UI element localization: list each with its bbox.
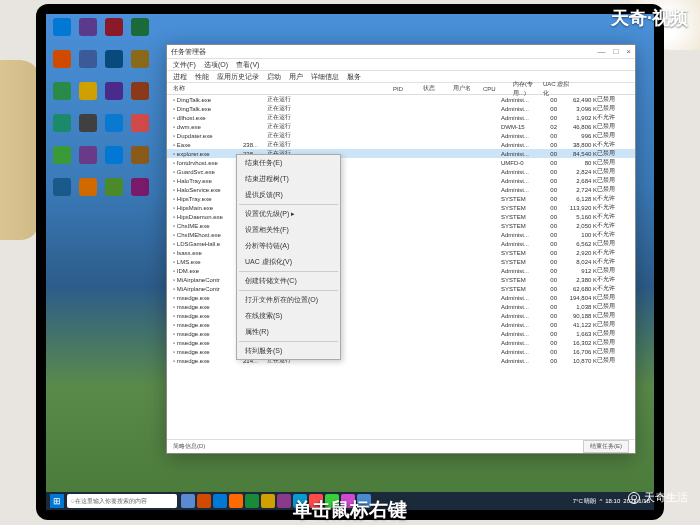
q-logo-icon: Q [628,492,640,504]
desktop-icon[interactable] [102,114,126,144]
start-button[interactable]: ⊞ [50,494,64,508]
context-menu-item[interactable]: 打开文件所在的位置(O) [237,292,340,308]
desktop-icon[interactable] [76,50,100,80]
tray-chevron-icon[interactable]: ^ [599,498,602,504]
video-caption: 单击鼠标右键 [293,497,407,523]
taskbar-app-icon[interactable] [213,494,227,508]
menu-item[interactable]: 查看(V) [236,60,259,70]
tab[interactable]: 详细信息 [311,72,339,82]
taskbar-app-icon[interactable] [261,494,275,508]
status-text[interactable]: 简略信息(D) [173,442,205,451]
maximize-button[interactable]: □ [613,47,618,56]
column-header[interactable]: 用户名 [453,84,483,93]
context-menu-item[interactable]: 创建转储文件(C) [237,273,340,289]
context-menu-item[interactable]: 结束任务(E) [237,155,340,171]
monitor-frame: 任务管理器 — □ × 文件(F)选项(O)查看(V) 进程性能应用历史记录启动… [36,4,664,520]
desktop-icon[interactable] [50,18,74,48]
desktop-icon[interactable] [102,178,126,208]
context-menu-item[interactable]: 分析等待链(A) [237,238,340,254]
context-menu[interactable]: 结束任务(E)结束进程树(T)提供反馈(R)设置优先级(P) ▸设置相关性(F)… [236,154,341,360]
desktop-icon[interactable] [102,18,126,48]
context-menu-item[interactable]: 结束进程树(T) [237,171,340,187]
menu-item[interactable]: 文件(F) [173,60,196,70]
taskbar-app-icon[interactable] [229,494,243,508]
search-box[interactable]: ○ 在这里输入你要搜索的内容 [67,494,177,508]
clock-time[interactable]: 18:10 [605,498,620,504]
menu-item[interactable]: 选项(O) [204,60,228,70]
column-header[interactable]: CPU [483,86,513,92]
desktop-icon[interactable] [128,114,152,144]
tab[interactable]: 服务 [347,72,361,82]
desktop-icon[interactable] [76,146,100,176]
desktop-icon[interactable] [128,146,152,176]
process-row[interactable]: ▫ DingTalk.exe正在运行Administ...003,096 K已禁… [167,104,635,113]
desktop-icon[interactable] [128,50,152,80]
desktop-icon[interactable] [128,82,152,112]
statusbar: 简略信息(D) 结束任务(E) [167,439,635,453]
column-header[interactable]: 状态 [423,84,453,93]
desktop-icon[interactable] [76,82,100,112]
taskbar-app-icon[interactable] [197,494,211,508]
desktop-icon[interactable] [76,114,100,144]
search-placeholder: 在这里输入你要搜索的内容 [75,497,147,506]
desktop-icon[interactable] [102,50,126,80]
context-menu-item[interactable]: 在线搜索(S) [237,308,340,324]
process-row[interactable]: ▫ Dupdater.exe正在运行Administ...00996 K已禁用 [167,131,635,140]
desktop-icons-grid [50,18,160,208]
column-header[interactable]: PID [393,86,423,92]
tab[interactable]: 性能 [195,72,209,82]
menubar: 文件(F)选项(O)查看(V) [167,59,635,71]
tab[interactable]: 启动 [267,72,281,82]
context-menu-item[interactable]: UAC 虚拟化(V) [237,254,340,270]
desktop-icon[interactable] [102,82,126,112]
taskbar-app-icon[interactable] [277,494,291,508]
taskbar-app-icon[interactable] [181,494,195,508]
context-menu-item[interactable]: 属性(R) [237,324,340,340]
desktop-icon[interactable] [50,146,74,176]
process-row[interactable]: ▫ dwm.exe正在运行DWM-150246,806 K已禁用 [167,122,635,131]
column-headers: 名称PID状态用户名CPU内存(专用...)UAC 虚拟化 [167,83,635,95]
column-header[interactable]: 名称 [173,84,393,93]
desktop-icon[interactable] [76,18,100,48]
tab[interactable]: 用户 [289,72,303,82]
desktop-icon[interactable] [50,82,74,112]
context-menu-item[interactable]: 设置相关性(F) [237,222,340,238]
close-button[interactable]: × [626,47,631,56]
watermark-top-right: 天奇·视频 [611,6,688,30]
desktop-icon[interactable] [76,178,100,208]
window-titlebar[interactable]: 任务管理器 — □ × [167,45,635,59]
watermark-bottom-right: Q 天奇生活 [628,490,688,505]
window-title: 任务管理器 [171,47,206,57]
desktop-screen: 任务管理器 — □ × 文件(F)选项(O)查看(V) 进程性能应用历史记录启动… [46,14,654,510]
process-row[interactable]: ▫ dllhost.exe正在运行Administ...001,902 K不允许 [167,113,635,122]
desktop-icon[interactable] [50,50,74,80]
process-row[interactable]: ▫ Eaxe238...正在运行Administ...0038,800 K不允许 [167,140,635,149]
weather-widget[interactable]: 7°C 晴朗 [573,497,597,506]
tab[interactable]: 进程 [173,72,187,82]
desktop-icon[interactable] [102,146,126,176]
desktop-icon[interactable] [128,18,152,48]
desktop-icon[interactable] [50,178,74,208]
context-menu-item[interactable]: 转到服务(S) [237,343,340,359]
minimize-button[interactable]: — [597,47,605,56]
context-menu-item[interactable]: 提供反馈(R) [237,187,340,203]
end-task-button[interactable]: 结束任务(E) [583,440,629,453]
tab[interactable]: 应用历史记录 [217,72,259,82]
desktop-icon[interactable] [128,178,152,208]
process-row[interactable]: ▫ DingTalk.exe正在运行Administ...0062,490 K已… [167,95,635,104]
context-menu-item[interactable]: 设置优先级(P) ▸ [237,206,340,222]
taskbar-app-icon[interactable] [245,494,259,508]
desktop-icon[interactable] [50,114,74,144]
